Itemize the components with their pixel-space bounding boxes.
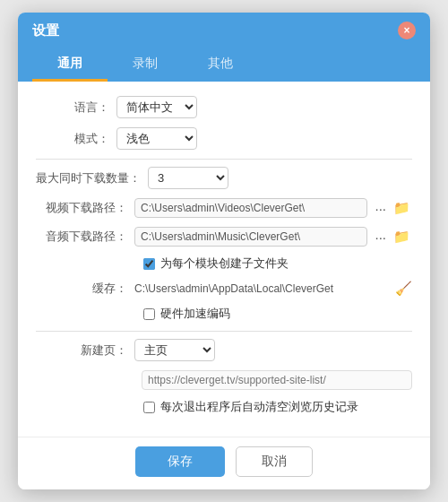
cancel-button[interactable]: 取消 (236, 446, 313, 477)
hw-accel-row: 硬件加速编码 (143, 306, 412, 322)
language-row: 语言： 简体中文 (36, 96, 412, 118)
max-download-label: 最大同时下载数量： (36, 170, 148, 186)
broom-icon[interactable]: 🧹 (395, 281, 412, 297)
new-tab-row: 新建页： 主页 (36, 339, 412, 361)
divider-1 (36, 159, 412, 160)
video-path-label: 视频下载路径： (36, 200, 134, 216)
video-path-input[interactable] (134, 198, 367, 218)
url-hint-input (142, 370, 412, 390)
video-path-folder-button[interactable]: 📁 (392, 200, 412, 216)
audio-path-row: 音频下载路径： ··· 📁 (36, 227, 412, 247)
video-path-actions: ··· 📁 (373, 200, 412, 216)
tab-record[interactable]: 录制 (108, 48, 183, 82)
close-button[interactable]: × (398, 22, 416, 39)
video-path-dots-button[interactable]: ··· (373, 201, 388, 216)
clear-history-label: 每次退出程序后自动清空浏览历史记录 (160, 399, 358, 415)
create-folder-row: 为每个模块创建子文件夹 (143, 255, 412, 272)
create-folder-label: 为每个模块创建子文件夹 (160, 255, 289, 272)
settings-dialog: 设置 × 通用 录制 其他 语言： 简体中文 模式： 浅色 最大同时下载数量： (18, 13, 430, 489)
create-folder-checkbox[interactable] (143, 258, 155, 270)
dialog-title: 设置 (32, 22, 59, 39)
new-tab-select[interactable]: 主页 (134, 339, 215, 361)
cache-path-value: C:\Users\admin\AppData\Local\CleverGet (134, 282, 392, 295)
cache-row: 缓存： C:\Users\admin\AppData\Local\CleverG… (36, 281, 412, 297)
divider-2 (36, 331, 412, 332)
tab-other[interactable]: 其他 (183, 48, 258, 82)
mode-select[interactable]: 浅色 (116, 127, 197, 150)
tab-bar: 通用 录制 其他 (18, 48, 430, 82)
tab-content: 语言： 简体中文 模式： 浅色 最大同时下载数量： 3 视频下载路径： ··· (18, 82, 430, 437)
audio-path-dots-button[interactable]: ··· (373, 229, 388, 245)
hw-accel-label: 硬件加速编码 (160, 306, 230, 322)
url-hint-row (142, 370, 412, 390)
mode-label: 模式： (36, 131, 116, 147)
dialog-footer: 保存 取消 (18, 437, 430, 489)
save-button[interactable]: 保存 (135, 446, 225, 477)
clear-history-checkbox[interactable] (143, 402, 155, 413)
audio-path-actions: ··· 📁 (373, 229, 412, 245)
new-tab-label: 新建页： (36, 342, 134, 359)
audio-path-input[interactable] (134, 227, 367, 247)
cache-label: 缓存： (36, 281, 134, 297)
language-select[interactable]: 简体中文 (116, 96, 197, 118)
language-label: 语言： (36, 100, 116, 116)
mode-row: 模式： 浅色 (36, 127, 412, 150)
title-bar: 设置 × (18, 13, 430, 48)
video-path-row: 视频下载路径： ··· 📁 (36, 198, 412, 218)
max-download-select[interactable]: 3 (148, 167, 228, 189)
clear-history-row: 每次退出程序后自动清空浏览历史记录 (143, 399, 412, 415)
audio-path-folder-button[interactable]: 📁 (392, 229, 412, 245)
hw-accel-checkbox[interactable] (143, 308, 155, 320)
audio-path-label: 音频下载路径： (36, 229, 134, 245)
tab-general[interactable]: 通用 (32, 48, 108, 82)
max-download-row: 最大同时下载数量： 3 (36, 167, 412, 189)
